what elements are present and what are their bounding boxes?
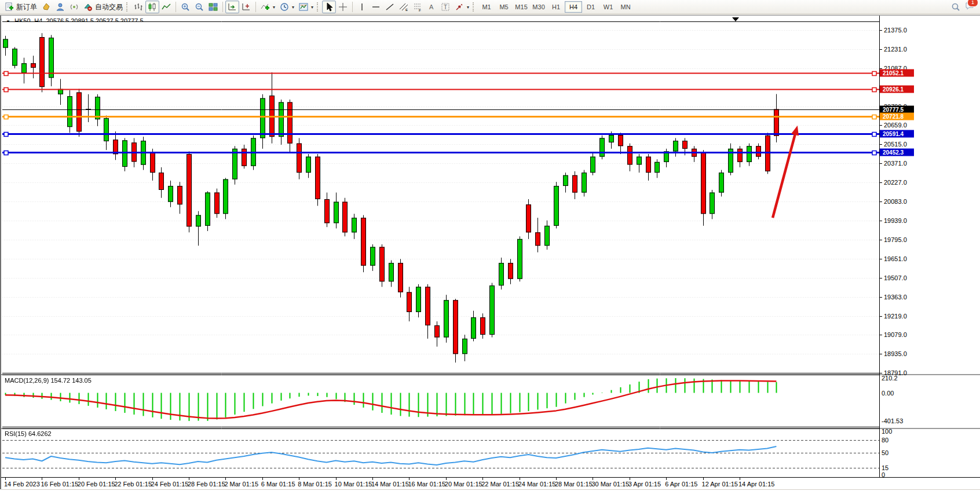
time-tick-label: 30 Mar 01:15	[591, 481, 629, 488]
price-tick	[880, 316, 882, 317]
broadcast-icon	[70, 2, 79, 12]
arrows-icon	[455, 2, 464, 12]
time-tick	[225, 478, 226, 480]
price-tick-label: 19079.0	[884, 331, 907, 338]
chart-shift-marker[interactable]	[732, 17, 739, 21]
text-tool[interactable]: A	[425, 1, 438, 13]
macd-axis-label: -401.53	[882, 417, 903, 424]
signals-button[interactable]	[67, 1, 81, 13]
fibonacci-tool[interactable]: F	[411, 1, 425, 13]
time-tick	[703, 478, 704, 480]
cursor-button[interactable]	[322, 1, 336, 13]
horizontal-line-icon	[371, 2, 381, 12]
time-tick-label: 6 Apr 01:15	[665, 481, 697, 488]
zoom-out-button[interactable]	[192, 1, 206, 13]
vline-tool[interactable]	[355, 1, 369, 13]
time-tick-label: 10 Mar 01:15	[335, 481, 372, 488]
clock-icon	[280, 2, 289, 12]
tile-windows-button[interactable]	[206, 1, 220, 13]
time-tick-label: 22 Feb 01:15	[114, 481, 152, 488]
timeframe-W1[interactable]: W1	[599, 1, 617, 13]
autotrading-toggle[interactable]: 自动交易	[81, 1, 125, 13]
new-order-button[interactable]: 新订单	[2, 1, 39, 13]
price-tick-label: 19507.0	[884, 274, 907, 281]
vertical-line-icon	[357, 2, 367, 12]
time-tick	[79, 478, 79, 480]
time-tick	[630, 478, 630, 480]
macd-indicator-label: MACD(12,26,9) 154.72 143.05	[5, 377, 92, 384]
timeframe-M30[interactable]: M30	[530, 1, 547, 13]
line-chart-icon	[162, 2, 171, 12]
chart-window: ▼ HK50-,H4 20576.5 20891.5 20527.5 20777…	[0, 15, 980, 489]
svg-text:F: F	[419, 9, 421, 12]
time-tick-label: 28 Mar 01:15	[555, 481, 593, 488]
chart-bars-button[interactable]	[131, 1, 145, 13]
svg-text:E: E	[405, 8, 408, 12]
time-tick	[556, 478, 557, 480]
time-tick-label: 14 Feb 2023	[4, 481, 40, 488]
channel-icon: E	[399, 2, 408, 12]
svg-text:A: A	[429, 3, 434, 10]
price-tick	[880, 201, 882, 202]
timeframe-H4[interactable]: H4	[565, 1, 582, 13]
chat-button[interactable]: 1	[965, 1, 974, 13]
timeframe-MN[interactable]: MN	[617, 1, 634, 13]
price-tick	[880, 221, 882, 221]
search-icon[interactable]	[951, 2, 960, 12]
channel-tool[interactable]: E	[397, 1, 411, 13]
macd-panel-canvas[interactable]	[2, 375, 879, 427]
price-tick-label: 21375.0	[884, 27, 907, 34]
price-tick-label: 20227.0	[884, 179, 907, 186]
price-tick	[880, 182, 882, 183]
price-tick-label: 19651.0	[884, 255, 907, 262]
macd-axis-label: 0.00	[882, 390, 894, 397]
rsi-panel-canvas[interactable]	[2, 428, 879, 477]
time-tick	[520, 478, 520, 480]
chart-candles-button[interactable]	[145, 1, 159, 13]
templates-button[interactable]: ▾	[297, 1, 316, 13]
zoom-in-button[interactable]	[178, 1, 192, 13]
time-tick-label: 20 Feb 01:15	[78, 481, 115, 488]
price-tick	[880, 49, 882, 50]
time-tick	[152, 478, 153, 480]
label-tool[interactable]: T	[438, 1, 452, 13]
time-tick-label: 28 Feb 01:15	[188, 481, 225, 488]
chart-line-button[interactable]	[159, 1, 173, 13]
crosshair-button[interactable]	[336, 1, 350, 13]
price-chart-canvas[interactable]	[2, 21, 879, 373]
price-tick-label: 19939.0	[884, 217, 907, 224]
timeframe-M5[interactable]: M5	[495, 1, 513, 13]
rsi-axis-label: 100	[882, 428, 892, 435]
autotrading-icon	[83, 2, 93, 12]
price-tick	[880, 240, 882, 240]
indicators-button[interactable]: ▾	[258, 1, 277, 13]
autoscroll-button[interactable]	[225, 1, 239, 13]
price-line-badge: 20721.8	[880, 113, 914, 120]
trendline-tool[interactable]	[383, 1, 397, 13]
time-tick-label: 8 Mar 01:15	[298, 481, 332, 488]
templates-icon	[299, 2, 308, 12]
time-tick-label: 24 Mar 01:15	[518, 481, 556, 488]
chevron-down-icon: ▾	[292, 5, 294, 10]
price-tick-label: 20083.0	[884, 198, 907, 205]
periods-button[interactable]: ▾	[277, 1, 297, 13]
time-axis[interactable]: 14 Feb 202316 Feb 01:1520 Feb 01:1522 Fe…	[1, 477, 980, 490]
timeframe-H1[interactable]: H1	[547, 1, 565, 13]
favorites-button[interactable]	[39, 1, 53, 13]
time-tick	[115, 478, 116, 480]
chevron-down-icon: ▾	[273, 5, 275, 10]
arrows-tool[interactable]: ▾	[452, 1, 471, 13]
price-tick-label: 19219.0	[884, 313, 907, 320]
time-tick	[446, 478, 447, 480]
timeframe-D1[interactable]: D1	[582, 1, 599, 13]
notification-badge: 1	[967, 0, 978, 7]
rsi-axis-label: 50	[882, 449, 888, 456]
new-order-label: 新订单	[16, 2, 37, 12]
timeframe-toolbar: M1M5M15M30H1H4D1W1MN	[478, 1, 634, 13]
timeframe-M1[interactable]: M1	[478, 1, 495, 13]
cursor-icon	[324, 2, 334, 12]
chart-shift-button[interactable]	[239, 1, 253, 13]
timeframe-M15[interactable]: M15	[513, 1, 530, 13]
community-button[interactable]	[53, 1, 67, 13]
hline-tool[interactable]	[369, 1, 383, 13]
